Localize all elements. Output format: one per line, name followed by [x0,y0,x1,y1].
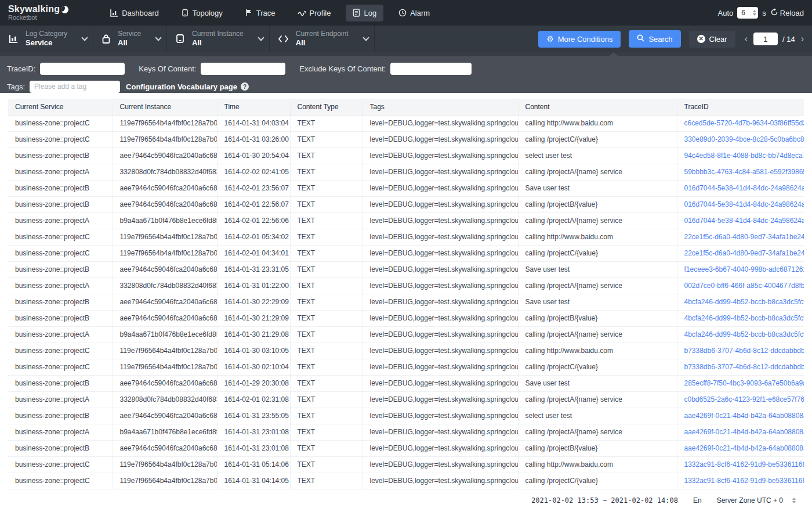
cell-service: business-zone::projectB [8,294,113,310]
reload-button[interactable]: Reload [770,8,804,18]
total-pages-label: / 14 [782,35,795,44]
cell-time: 1614-02-01 22:56:07 [217,196,290,212]
language-switcher[interactable]: En [693,496,702,505]
tags-input[interactable] [30,81,120,93]
cell-content-type: TEXT [290,147,362,164]
alarm-icon [398,9,407,17]
keys-of-content-input[interactable] [201,63,285,75]
cell-trace-id[interactable]: b7338db6-3707-4b6d-8c12-ddcdabbdb45a [677,359,804,375]
cell-trace-id[interactable]: 016d7044-5e38-41d4-84dc-24a98624a30e [677,180,804,196]
cell-time: 1614-01-30 20:54:04 [217,147,290,164]
cell-trace-id[interactable]: 4bcfa246-dd99-4b52-bccb-b8ca3dc5fc94 [677,294,804,310]
log-category-selector[interactable]: Log Category Service [0,26,93,52]
table-row[interactable]: business-zone::projectA332808d0fc784db08… [8,164,804,180]
table-row[interactable]: business-zone::projectC119e7f96564b4a4fb… [8,131,804,147]
column-header: Content Type [290,99,362,115]
trace-id-input[interactable] [40,63,125,75]
cell-trace-id[interactable]: 22ce1f5c-d6a0-4d80-9ed7-34afa1be2490 [677,245,804,261]
current-endpoint-selector[interactable]: Current Endpoint All [270,26,375,52]
chevron-down-icon [81,34,88,41]
table-row[interactable]: business-zone::projectBaee79464c59046fca… [8,310,804,326]
table-row[interactable]: business-zone::projectBaee79464c59046fca… [8,147,804,164]
cell-time: 1614-01-31 23:01:08 [217,424,290,440]
table-row[interactable]: business-zone::projectC119e7f96564b4a4fb… [8,229,804,245]
table-row[interactable]: business-zone::projectAb9a4aa671b0f476b8… [8,424,804,440]
table-row[interactable]: business-zone::projectAb9a4aa671b0f476b8… [8,212,804,229]
cell-trace-id[interactable]: 59bbbb3c-4763-4c84-a581-e592f39865bd [677,164,804,180]
cell-trace-id[interactable]: b7338db6-3707-4b6d-8c12-ddcdabbdb45a [677,343,804,359]
cell-trace-id[interactable]: aae4269f-0c21-4b4d-b42a-64ab08808ac8 [677,424,804,440]
server-zone-control[interactable]: Server Zone UTC + 0 [717,496,796,505]
cell-trace-id[interactable]: 1332ac91-8cf6-4162-91d9-be53361168a9 [677,456,804,473]
cell-time: 1614-02-01 22:56:06 [217,212,290,229]
nav-item-profile[interactable]: Profile [291,5,338,21]
cell-content: calling /projectC/{value} [518,245,677,261]
cell-trace-id[interactable]: c0bd6525-2a6c-4123-92f1-e68ce57f767d [677,391,804,408]
table-row[interactable]: business-zone::projectC119e7f96564b4a4fb… [8,343,804,359]
table-row[interactable]: business-zone::projectBaee79464c59046fca… [8,375,804,391]
clear-button[interactable]: ✕ Clear [689,31,735,48]
cell-trace-id[interactable]: aae4269f-0c21-4b4d-b42a-64ab08808ac8 [677,408,804,424]
nav-item-topology[interactable]: Topology [174,5,230,21]
cell-instance: aee79464c59046fca2040a6c68... [113,261,217,278]
cell-trace-id[interactable]: c6ced5de-5720-4d7b-9634-03f86ff55d30 [677,115,804,131]
trace-id-label: TraceID: [7,64,35,73]
cell-service: business-zone::projectA [8,212,113,229]
table-row[interactable]: business-zone::projectA332808d0fc784db08… [8,391,804,408]
service-selector[interactable]: Service All [93,26,167,52]
cell-trace-id[interactable]: aae4269f-0c21-4b4d-b42a-64ab08808ac8 [677,440,804,456]
cell-trace-id[interactable]: 016d7044-5e38-41d4-84dc-24a98624a30e [677,196,804,212]
table-row[interactable]: business-zone::projectBaee79464c59046fca… [8,408,804,424]
next-page-button[interactable]: › [800,34,805,44]
more-conditions-button[interactable]: ⚙ More Conditions [538,31,621,48]
cell-trace-id[interactable]: 002d7ce0-bff6-466f-a85c-4004677d8fbf [677,278,804,294]
cell-content-type: TEXT [290,310,362,326]
table-row[interactable]: business-zone::projectBaee79464c59046fca… [8,196,804,212]
cell-trace-id[interactable]: 94c4ed58-8f1e-4088-bd8c-bb74d8eca703 [677,147,804,164]
table-row[interactable]: business-zone::projectC119e7f96564b4a4fb… [8,473,804,489]
table-row[interactable]: business-zone::projectBaee79464c59046fca… [8,261,804,278]
cell-trace-id[interactable]: 4bcfa246-dd99-4b52-bccb-b8ca3dc5fc94 [677,310,804,326]
cell-trace-id[interactable]: 285ecff8-7f50-4bc3-9093-6a7e50b6a9a3 [677,375,804,391]
nav-item-trace[interactable]: Trace [238,5,282,21]
more-conditions-label: More Conditions [558,35,613,44]
column-header: Current Service [8,99,113,115]
cell-time: 1614-02-01 02:31:08 [217,391,290,408]
table-row[interactable]: business-zone::projectC119e7f96564b4a4fb… [8,245,804,261]
cell-instance: 119e7f96564b4a4fbf0c128a7b0... [113,115,217,131]
auto-interval-input[interactable]: 6 [737,7,758,19]
table-row[interactable]: business-zone::projectBaee79464c59046fca… [8,294,804,310]
table-row[interactable]: business-zone::projectA332808d0fc784db08… [8,278,804,294]
cell-trace-id[interactable]: 22ce1f5c-d6a0-4d80-9ed7-34afa1be2490 [677,229,804,245]
cell-trace-id[interactable]: 1332ac91-8cf6-4162-91d9-be53361168a9 [677,473,804,489]
column-header: Content [518,99,677,115]
configuration-vocabulary-link[interactable]: Configuration Vocabulary page [126,82,237,91]
table-row[interactable]: business-zone::projectBaee79464c59046fca… [8,440,804,456]
cell-trace-id[interactable]: 4bcfa246-dd99-4b52-bccb-b8ca3dc5fc94 [677,326,804,343]
table-row[interactable]: business-zone::projectC119e7f96564b4a4fb… [8,456,804,473]
page-number-input[interactable]: 1 [753,33,778,45]
table-row[interactable]: business-zone::projectBaee79464c59046fca… [8,180,804,196]
cell-content: Save user test [518,180,677,196]
table-row[interactable]: business-zone::projectC119e7f96564b4a4fb… [8,115,804,131]
nav-item-log[interactable]: Log [346,5,383,21]
exclude-keys-of-content-input[interactable] [390,63,472,75]
column-header: Time [217,99,290,115]
cell-time: 1614-02-01 04:34:01 [217,245,290,261]
table-row[interactable]: business-zone::projectC119e7f96564b4a4fb… [8,359,804,375]
cell-trace-id[interactable]: 016d7044-5e38-41d4-84dc-24a98624a30e [677,212,804,229]
help-icon[interactable]: ? [241,82,249,91]
table-row[interactable]: business-zone::projectAb9a4aa671b0f476b8… [8,326,804,343]
topology-icon [181,9,189,17]
cell-trace-id[interactable]: f1eceee3-6b67-4040-998b-adc6871261c1 [677,261,804,278]
cell-trace-id[interactable]: 330e89d0-2039-4bce-8c28-5c0ba6bc8ce7 [677,131,804,147]
server-zone-stepper[interactable] [792,498,796,503]
nav-item-alarm[interactable]: Alarm [392,5,437,21]
prev-page-button[interactable]: ‹ [744,34,749,44]
time-range-picker[interactable]: 2021-02-02 13:53 ~ 2021-02-02 14:08 [531,496,678,505]
cell-instance: 119e7f96564b4a4fbf0c128a7b0... [113,473,217,489]
current-instance-selector[interactable]: Current Instance All [167,26,270,52]
search-button[interactable]: Search [629,30,680,48]
nav-item-dashboard[interactable]: Dashboard [103,5,166,21]
auto-interval-stepper[interactable] [753,10,756,16]
